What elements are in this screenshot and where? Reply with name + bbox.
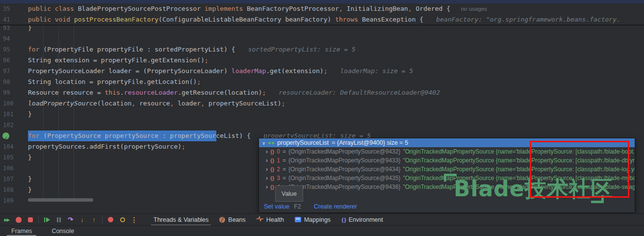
code-text: propertySources.addFirst(propertySource)…	[28, 141, 185, 152]
code-text: }	[28, 109, 32, 120]
line-number[interactable]: 95	[3, 44, 21, 55]
variable-reference: {OriginTrackedMapPropertySource@9436}	[288, 184, 401, 190]
code-line[interactable]: 97 PropertySourceLoader loader = (Proper…	[0, 66, 644, 77]
code-text: String extension = propertyFile.getExten…	[28, 55, 208, 66]
variable-index: 3	[277, 175, 280, 182]
tab-mappings[interactable]: Mappings	[289, 214, 336, 226]
tab-label: Mappings	[304, 216, 331, 223]
variable-summary: = {ArrayList@9400} size = 5	[332, 139, 408, 146]
tab-frames[interactable]: Frames	[7, 226, 36, 236]
variable-name: propertySourceList	[277, 139, 329, 146]
restart-debugger-icon[interactable]	[15, 216, 22, 224]
stop-icon[interactable]	[26, 216, 34, 224]
tab-health[interactable]: Health	[251, 214, 289, 226]
code-line[interactable]: 99 Resource resource = this.resourceLoad…	[0, 87, 644, 98]
inline-debug-hint: loaderMap: size = 5	[340, 67, 413, 75]
variable-index: 2	[277, 166, 280, 173]
line-number[interactable]: 104	[3, 141, 21, 152]
code-line[interactable]: 41 public void postProcessBeanFactory(Co…	[0, 14, 644, 25]
more-icon[interactable]	[130, 216, 138, 224]
create-renderer-link[interactable]: Create renderer	[314, 203, 357, 210]
code-line[interactable]: 94	[0, 33, 644, 44]
tab-beans[interactable]: Beans	[214, 214, 251, 226]
tab-label: Environment	[349, 216, 383, 223]
line-number[interactable]: 101	[3, 109, 21, 120]
tab-environment[interactable]: Environment	[336, 214, 388, 226]
toolbar-separator	[102, 216, 103, 223]
line-number[interactable]: 96	[3, 55, 21, 66]
line-number[interactable]: 41	[3, 14, 21, 25]
code-line[interactable]: 100 loadPropertySource(location, resourc…	[0, 98, 644, 109]
tab-label: Health	[266, 216, 284, 223]
code-text: }	[28, 174, 32, 184]
line-number[interactable]: 102	[3, 120, 21, 131]
pause-icon[interactable]	[55, 216, 62, 224]
variable-reference: {OriginTrackedMapPropertySource@9434}	[288, 166, 401, 173]
inline-debug-hint: sortedPropertyList: size = 5	[248, 46, 356, 53]
tab-console[interactable]: Console	[47, 226, 78, 236]
rerun-icon[interactable]	[3, 216, 10, 224]
mute-breakpoints-icon[interactable]	[107, 216, 114, 224]
horizontal-scrollbar[interactable]	[28, 198, 93, 202]
code-line[interactable]: 96 String extension = propertyFile.getEx…	[0, 55, 644, 66]
mappings-icon	[295, 217, 301, 222]
map-object-icon	[270, 148, 274, 155]
sticky-code-header: 35public class BladePropertySourcePostPr…	[0, 3, 644, 26]
braces-icon	[341, 216, 346, 223]
line-number[interactable]: 106	[3, 163, 21, 174]
code-line[interactable]: 35public class BladePropertySourcePostPr…	[0, 3, 644, 14]
expand-chevron-icon[interactable]	[266, 166, 268, 173]
expand-chevron-icon[interactable]	[266, 184, 268, 190]
code-line[interactable]: 98 String location = propertyFile.getLoc…	[0, 77, 644, 87]
tab-label: Beans	[228, 216, 245, 223]
value-tooltip: Value	[275, 185, 303, 202]
set-value-link[interactable]: Set value	[264, 203, 289, 210]
line-number[interactable]: 94	[3, 33, 21, 44]
variable-index: 0	[277, 148, 280, 155]
variable-reference: {OriginTrackedMapPropertySource@9435}	[288, 175, 401, 182]
debug-tab-strip: Threads & Variables Beans Health Mapping…	[148, 214, 388, 226]
line-number[interactable]: 99	[3, 87, 21, 98]
annotation-red-box	[530, 141, 629, 198]
tab-label: Threads & Variables	[154, 216, 208, 223]
bean-icon	[219, 217, 225, 223]
line-number[interactable]: 109	[3, 195, 21, 206]
inline-debug-hint: resourceLoader: DefaultResourceLoader@94…	[279, 89, 440, 96]
line-number[interactable]: 97	[3, 66, 21, 77]
usages-hint: no usages	[461, 6, 487, 12]
expand-chevron-icon[interactable]	[266, 175, 268, 182]
code-text: PropertySourceLoader loader = (PropertyS…	[28, 66, 413, 77]
line-number[interactable]: 35	[3, 3, 21, 14]
tab-threads-variables[interactable]: Threads & Variables	[148, 214, 214, 226]
line-number[interactable]: 107	[3, 174, 21, 184]
code-line[interactable]: 101 }	[0, 109, 644, 120]
breakpoint-verified-icon[interactable]	[2, 132, 9, 139]
view-breakpoints-icon[interactable]	[119, 216, 126, 224]
code-text: String location = propertyFile.getLocati…	[28, 77, 201, 87]
code-text: }	[28, 184, 32, 195]
step-over-icon[interactable]	[67, 216, 74, 224]
code-text: for (PropertyFile propertyFile : sortedP…	[28, 44, 356, 55]
collapse-chevron-icon[interactable]	[262, 139, 265, 146]
resume-icon[interactable]	[43, 216, 51, 224]
ide-debug-screen: { "editor": { "sticky": [ { "num": "35",…	[0, 0, 644, 236]
line-number[interactable]: 98	[3, 77, 21, 87]
code-line[interactable]: 102	[0, 120, 644, 131]
step-out-icon[interactable]	[90, 216, 98, 224]
tab-label: Console	[52, 228, 74, 235]
tool-window-tab-bar: Frames Console	[0, 225, 644, 236]
expand-chevron-icon[interactable]	[266, 148, 268, 155]
line-number[interactable]: 100	[3, 98, 21, 109]
step-into-icon[interactable]	[78, 216, 86, 224]
line-number[interactable]: 105	[3, 152, 21, 163]
code-text: }	[28, 152, 32, 163]
code-line[interactable]: 95 for (PropertyFile propertyFile : sort…	[0, 44, 644, 55]
code-text: Resource resource = this.resourceLoader.…	[28, 87, 440, 98]
set-value-shortcut: F2	[294, 203, 301, 210]
expand-chevron-icon[interactable]	[266, 157, 268, 164]
map-object-icon	[270, 175, 274, 182]
map-object-icon	[270, 166, 274, 173]
line-number[interactable]: 108	[3, 184, 21, 195]
tab-label: Frames	[11, 228, 32, 235]
variable-reference: {OriginTrackedMapPropertySource@9433}	[288, 157, 401, 164]
